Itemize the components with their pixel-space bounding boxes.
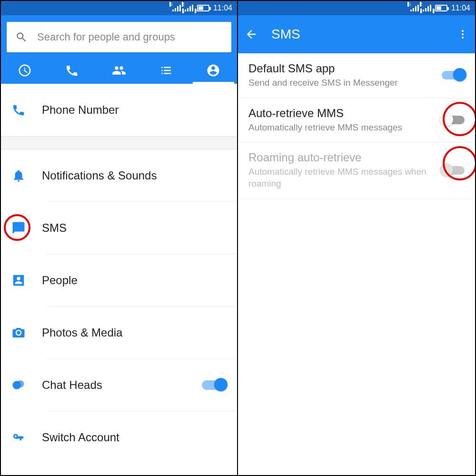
- sms-settings-pane: G1 E2 11:04 SMS Default SMS app Send and…: [238, 1, 475, 475]
- back-icon[interactable]: [245, 28, 258, 41]
- status-time: 11:04: [213, 4, 232, 12]
- chat-heads-icon: [11, 378, 26, 392]
- tab-calls[interactable]: [48, 57, 95, 84]
- search-input[interactable]: Search for people and groups: [7, 22, 231, 52]
- battery-icon: [435, 5, 447, 11]
- settings-list-pane: G1 E2 11:04 Search for people and groups…: [1, 1, 238, 475]
- tab-bar: [1, 57, 237, 84]
- row-switch-account[interactable]: Switch Account: [1, 411, 237, 464]
- key-icon: [11, 430, 26, 445]
- row-sms[interactable]: SMS: [1, 202, 237, 254]
- svg-point-2: [15, 436, 17, 437]
- svg-point-3: [462, 30, 464, 32]
- default-sms-toggle[interactable]: [442, 71, 465, 79]
- row-label: Chat Heads: [42, 378, 202, 392]
- setting-title: Auto-retrieve MMS: [248, 107, 435, 120]
- setting-subtitle: Automatically retrieve MMS messages when…: [248, 166, 435, 189]
- row-people[interactable]: People: [1, 254, 237, 307]
- svg-point-4: [462, 33, 464, 35]
- row-label: People: [42, 274, 227, 287]
- row-chat-heads[interactable]: Chat Heads: [1, 359, 237, 411]
- chat-heads-toggle[interactable]: [202, 380, 227, 390]
- setting-subtitle: Automatically retrieve MMS messages: [248, 122, 435, 134]
- svg-point-5: [462, 37, 464, 39]
- setting-title: Default SMS app: [248, 62, 435, 75]
- signal-1-icon: G1: [172, 5, 181, 11]
- auto-retrieve-toggle[interactable]: [442, 116, 465, 124]
- person-icon: [11, 273, 26, 288]
- search-container: Search for people and groups: [1, 15, 237, 57]
- battery-icon: [197, 5, 209, 11]
- search-placeholder: Search for people and groups: [37, 31, 175, 43]
- bell-icon: [11, 169, 26, 183]
- status-bar: G1 E2 11:04: [238, 1, 475, 15]
- row-phone-number[interactable]: Phone Number: [1, 84, 237, 136]
- status-time: 11:04: [451, 4, 470, 12]
- setting-default-sms[interactable]: Default SMS app Send and receive SMS in …: [238, 53, 475, 98]
- signal-2-icon: E2: [423, 5, 431, 11]
- row-label: SMS: [42, 221, 227, 235]
- signal-1-icon: G1: [410, 5, 419, 11]
- tab-recent[interactable]: [1, 57, 48, 84]
- setting-roaming-auto: Roaming auto-retrieve Automatically retr…: [238, 142, 475, 198]
- row-label: Phone Number: [42, 103, 227, 117]
- search-icon: [15, 31, 28, 43]
- row-photos-media[interactable]: Photos & Media: [1, 307, 237, 359]
- setting-title: Roaming auto-retrieve: [248, 151, 435, 164]
- tab-groups[interactable]: [95, 57, 142, 84]
- svg-point-1: [17, 380, 24, 387]
- row-label: Switch Account: [42, 431, 227, 444]
- tab-profile[interactable]: [190, 57, 237, 84]
- signal-2-icon: E2: [185, 5, 193, 11]
- row-label: Notifications & Sounds: [42, 169, 227, 182]
- overflow-menu-icon[interactable]: [457, 29, 468, 40]
- chat-icon: [11, 221, 26, 235]
- page-title: SMS: [271, 27, 444, 42]
- row-notifications[interactable]: Notifications & Sounds: [1, 149, 237, 202]
- phone-icon: [11, 103, 26, 117]
- section-gap: [1, 136, 237, 149]
- setting-subtitle: Send and receive SMS in Messenger: [248, 77, 435, 89]
- app-bar: SMS: [238, 15, 475, 53]
- status-bar: G1 E2 11:04: [1, 1, 237, 15]
- roaming-toggle: [442, 166, 465, 175]
- camera-icon: [11, 326, 26, 340]
- setting-auto-retrieve[interactable]: Auto-retrieve MMS Automatically retrieve…: [238, 98, 475, 143]
- tab-list[interactable]: [143, 57, 190, 84]
- settings-list: Phone Number Notifications & Sounds SMS …: [1, 84, 237, 464]
- row-label: Photos & Media: [42, 326, 227, 339]
